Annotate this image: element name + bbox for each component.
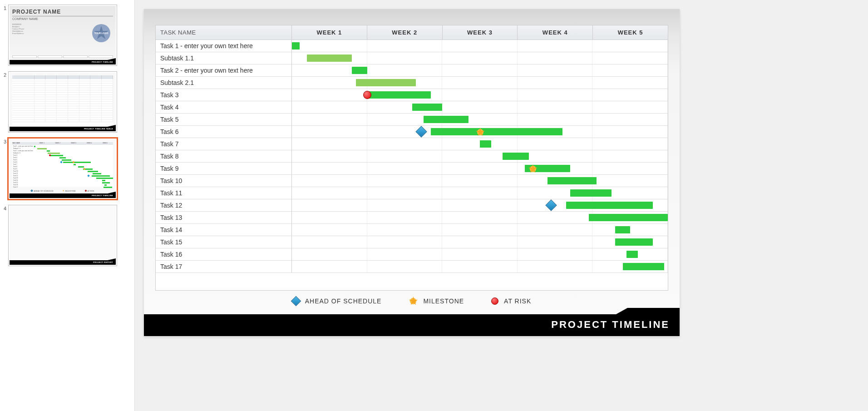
milestone-marker — [528, 164, 538, 173]
task-label: Task 12 — [156, 199, 292, 211]
slide-number: 3 — [2, 138, 8, 199]
slide-canvas[interactable]: TASK NAME WEEK 1 WEEK 2 WEEK 3 WEEK 4 WE… — [144, 9, 680, 336]
gantt-row: Task 13 — [156, 212, 668, 224]
gantt-row: Task 11 — [156, 187, 668, 199]
slide-number: 1 — [2, 5, 8, 66]
slide-number: 4 — [2, 205, 8, 266]
legend-label: MILESTONE — [423, 297, 464, 305]
gantt-row: Task 9 — [156, 163, 668, 175]
milestone-marker — [476, 128, 485, 137]
gantt-row: Task 12 — [156, 199, 668, 212]
slide-footer-bar: PROJECT TIMELINE — [144, 314, 680, 336]
gantt-chart: TASK NAME WEEK 1 WEEK 2 WEEK 3 WEEK 4 WE… — [155, 25, 668, 291]
slide-thumbnail-4[interactable]: PROJECT REPORT — [8, 205, 117, 266]
gantt-bar[interactable] — [424, 116, 469, 123]
diamond-icon — [291, 296, 301, 307]
task-name-column-header: TASK NAME — [156, 25, 292, 40]
gantt-bar[interactable] — [623, 263, 664, 270]
red-dot-icon — [491, 297, 498, 305]
slide-footer-title: PROJECT TIMELINE — [551, 319, 670, 331]
week-column-header: WEEK 2 — [367, 25, 443, 40]
gantt-row: Subtask 2.1 — [156, 77, 668, 89]
ahead-marker — [547, 201, 555, 209]
gantt-row: Task 7 — [156, 138, 668, 150]
task-label: Task 1 - enter your own text here — [156, 40, 292, 52]
gantt-bar[interactable] — [626, 251, 638, 258]
slide-number: 2 — [2, 71, 8, 133]
gantt-row: Task 8 — [156, 150, 668, 163]
legend-ahead: AHEAD OF SCHEDULE — [292, 297, 382, 305]
gantt-row: Task 5 — [156, 114, 668, 126]
gantt-bar[interactable] — [589, 214, 668, 221]
gantt-bar[interactable] — [307, 54, 352, 62]
task-label: Task 15 — [156, 236, 292, 248]
task-label: Task 4 — [156, 101, 292, 113]
task-label: Task 7 — [156, 138, 292, 150]
week-column-header: WEEK 1 — [292, 25, 367, 40]
logo-placeholder-icon: YOUR LOGO — [92, 24, 110, 42]
gantt-bar[interactable] — [356, 79, 416, 86]
gantt-row: Task 10 — [156, 175, 668, 187]
thumb-title: PROJECT NAME — [12, 9, 113, 15]
task-label: Subtask 2.1 — [156, 77, 292, 89]
gantt-row: Task 6 — [156, 126, 668, 138]
thumb-footer-label: PROJECT TIMELINE — [10, 193, 116, 198]
gantt-legend: AHEAD OF SCHEDULE MILESTONE AT RISK — [155, 294, 668, 308]
week-column-header: WEEK 4 — [518, 25, 593, 40]
legend-at-risk: AT RISK — [491, 297, 531, 305]
slide-editor: TASK NAME WEEK 1 WEEK 2 WEEK 3 WEEK 4 WE… — [135, 0, 868, 411]
sun-icon — [409, 297, 418, 306]
gantt-body: Task 1 - enter your own text hereSubtask… — [156, 40, 668, 273]
red-dot-icon — [363, 91, 371, 99]
task-label: Task 16 — [156, 248, 292, 260]
gantt-row: Task 17 — [156, 261, 668, 273]
gantt-bar[interactable] — [367, 91, 431, 99]
task-label: Subtask 1.1 — [156, 52, 292, 64]
at-risk-marker — [363, 91, 371, 99]
gantt-row: Task 15 — [156, 236, 668, 248]
gantt-bar[interactable] — [480, 140, 491, 148]
task-label: Task 14 — [156, 224, 292, 236]
task-label: Task 8 — [156, 150, 292, 162]
gantt-row: Task 3 — [156, 89, 668, 101]
gantt-row: Task 14 — [156, 224, 668, 236]
legend-milestone: MILESTONE — [409, 297, 464, 306]
gantt-bar[interactable] — [412, 104, 442, 111]
task-label: Task 17 — [156, 261, 292, 272]
slide-thumbnail-2[interactable]: PROJECT TIMELINE TABLE — [8, 71, 117, 133]
thumb-subtitle: COMPANY NAME — [12, 16, 113, 20]
task-label: Task 13 — [156, 212, 292, 223]
slide-thumbnail-3[interactable]: TASK NAMEWEEK 1WEEK 2WEEK 3WEEK 4WEEK 5T… — [8, 138, 117, 199]
gantt-row: Task 2 - enter your own text here — [156, 64, 668, 77]
gantt-row: Subtask 1.1 — [156, 52, 668, 64]
gantt-bar[interactable] — [615, 226, 630, 233]
gantt-header: TASK NAME WEEK 1 WEEK 2 WEEK 3 WEEK 4 WE… — [156, 25, 668, 40]
task-label: Task 11 — [156, 187, 292, 199]
slide-thumbnail-1[interactable]: PROJECT NAME COMPANY NAME 00/00/0000Anal… — [8, 5, 117, 66]
gantt-bar[interactable] — [292, 42, 300, 50]
week-column-header: WEEK 5 — [593, 25, 668, 40]
task-label: Task 5 — [156, 114, 292, 125]
task-label: Task 10 — [156, 175, 292, 187]
gantt-bar[interactable] — [503, 153, 529, 160]
gantt-bar[interactable] — [570, 189, 612, 197]
task-label: Task 2 - enter your own text here — [156, 64, 292, 76]
slide-thumbnails-panel: 1 PROJECT NAME COMPANY NAME 00/00/0000An… — [0, 0, 135, 411]
week-column-header: WEEK 3 — [443, 25, 518, 40]
legend-label: AHEAD OF SCHEDULE — [305, 297, 382, 305]
thumb-footer-label: PROJECT REPORT — [10, 260, 116, 265]
task-label: Task 6 — [156, 126, 292, 138]
gantt-row: Task 1 - enter your own text here — [156, 40, 668, 52]
sun-icon — [476, 128, 485, 137]
diamond-icon — [546, 199, 557, 211]
gantt-row: Task 4 — [156, 101, 668, 114]
gantt-row: Task 16 — [156, 248, 668, 261]
gantt-bar[interactable] — [547, 177, 597, 184]
gantt-bar[interactable] — [566, 202, 652, 209]
ahead-marker — [417, 128, 425, 136]
legend-label: AT RISK — [504, 297, 531, 305]
gantt-bar[interactable] — [431, 128, 562, 135]
gantt-bar[interactable] — [615, 238, 653, 246]
task-label: Task 3 — [156, 89, 292, 101]
gantt-bar[interactable] — [352, 67, 367, 74]
